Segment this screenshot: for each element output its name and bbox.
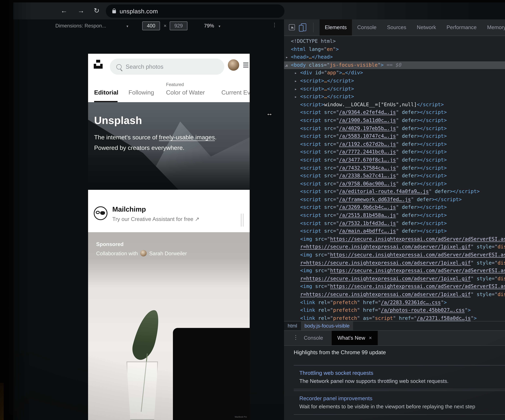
dom-node-line[interactable]: <script src="/a/1192.c627d2b….js" defer>… <box>284 140 505 148</box>
menu-icon[interactable] <box>243 63 248 69</box>
dimensions-caret-icon: ▾ <box>126 24 128 28</box>
search-placeholder: Search photos <box>126 63 164 70</box>
devtools-tab-elements[interactable]: Elements <box>320 19 352 36</box>
expand-icon[interactable]: ▸ <box>286 53 288 61</box>
dom-node-line[interactable]: …▾<body class="js-focus-visible"> == $0 <box>284 61 505 69</box>
dom-node-line[interactable]: <html lang="en"> <box>284 45 505 53</box>
dom-node-line[interactable]: <script src="/a/4029.197eb5b….js" defer>… <box>284 125 505 132</box>
dom-node-line[interactable]: <script src="/a/3477.670f8c1….js" defer>… <box>284 156 505 164</box>
whats-new-item-link[interactable]: Recorder panel improvements <box>299 395 505 401</box>
dom-node-line[interactable]: <script src="/a/2515.81b458a….js" defer>… <box>284 212 505 219</box>
device-toolbar-menu-icon[interactable]: ⋮ <box>272 24 277 26</box>
devtools-tab-memory[interactable]: Memory <box>482 19 505 36</box>
forward-icon[interactable]: → <box>78 2 84 19</box>
dom-node-line[interactable]: <img src="https://secure.insightexpressa… <box>284 283 505 291</box>
drawer-tab-console[interactable]: Console <box>298 331 329 345</box>
avatar[interactable] <box>228 59 239 71</box>
elements-tree: <!DOCTYPE html><html lang="en">▸<head>…<… <box>284 36 505 324</box>
hero-subtitle-line1: The internet's source of freely-usable i… <box>94 134 216 141</box>
dom-node-line[interactable]: <script src="/a/3269.9b6cb4c….js" defer>… <box>284 204 505 212</box>
dom-node-line[interactable]: ▸<script>…</script> <box>284 77 505 85</box>
sponsored-photo: Sponsored Collaboration with Sarah Dorwe… <box>88 232 250 420</box>
devtools-tab-network[interactable]: Network <box>411 19 441 36</box>
close-icon[interactable]: × <box>369 335 372 341</box>
dom-node-line[interactable]: ▸<div id="app">…</div> <box>284 69 505 77</box>
breadcrumb-html[interactable]: html <box>284 321 301 331</box>
whats-new-item: Throttling web socket requestsThe Networ… <box>294 365 505 389</box>
viewport-resize-handle[interactable] <box>241 214 244 226</box>
dimensions-times: × <box>164 23 167 29</box>
dom-node-line[interactable]: <script src="/a/main.a4bdffc….js" defer>… <box>284 227 505 235</box>
desk-edge <box>0 383 4 420</box>
search-input[interactable]: Search photos <box>110 59 224 75</box>
sponsored-label: Sponsored <box>96 241 124 247</box>
expand-icon[interactable]: ▸ <box>295 69 297 77</box>
address-bar[interactable]: unsplash.com <box>106 4 284 18</box>
devtools-drawer: ⋮ Console What's New× Highlights from th… <box>284 330 505 420</box>
dom-node-line[interactable]: <img src="https://secure.insightexpressa… <box>284 235 505 243</box>
dom-node-line[interactable]: ▸<script>…</script> <box>284 93 505 101</box>
mailchimp-logo-icon <box>94 206 107 220</box>
mailchimp-ad-card[interactable]: Mailchimp Try our Creative Assistant for… <box>88 197 250 232</box>
zoom-select[interactable]: 79% <box>204 23 214 29</box>
dom-node-line[interactable]: r=https://secure.insightexpressai.com/ad… <box>284 243 505 251</box>
dom-node-line[interactable]: <script src="/a/1900.5a11d0c….js" defer>… <box>284 117 505 125</box>
whats-new-item: Recorder panel improvementsWait for elem… <box>294 390 505 415</box>
expand-icon[interactable]: ▸ <box>295 93 297 101</box>
hero-title: Unsplash <box>94 114 142 127</box>
unsplash-logo-icon[interactable] <box>94 60 103 69</box>
inspect-element-icon[interactable] <box>289 24 295 30</box>
dom-node-line[interactable]: ▸<head>…</head> <box>284 53 505 61</box>
mailchimp-tagline[interactable]: Try our Creative Assistant for free ↗ <box>112 216 200 222</box>
dom-node-line[interactable]: <script src="/a/editorial-route.f4a0fa9…… <box>284 188 505 196</box>
breadcrumb-body[interactable]: body.js-focus-visible <box>301 321 353 331</box>
device-toolbar-toggle-icon[interactable] <box>301 23 306 31</box>
mailchimp-name: Mailchimp <box>112 206 146 214</box>
viewport-height-input[interactable]: 929 <box>170 21 188 30</box>
drawer-tab-whats-new[interactable]: What's New× <box>332 331 378 345</box>
dom-node-line[interactable]: <script src="/a/9758.06ac900….js" defer>… <box>284 180 505 188</box>
collaboration-line: Collaboration with Sarah Dorweiler <box>96 250 187 257</box>
devtools-tab-sources[interactable]: Sources <box>382 19 412 36</box>
dom-node-line[interactable]: r=https://secure.insightexpressai.com/ad… <box>284 259 505 267</box>
whats-new-item-desc: The Network panel now supports throttlin… <box>299 378 505 384</box>
zoom-caret-icon: ▾ <box>219 24 220 28</box>
padlock-icon <box>112 10 116 13</box>
dom-node-line[interactable]: <script src="/a/7532.1bf4d3d….js" defer>… <box>284 219 505 227</box>
dom-node-line[interactable]: <script src="/a/framework.dd63fed….js" d… <box>284 196 505 204</box>
dom-node-line[interactable]: <script src="/a/7432.57584ca….js" defer>… <box>284 164 505 172</box>
dom-node-line[interactable]: r=https://secure.insightexpressai.com/ad… <box>284 291 505 299</box>
dom-node-line[interactable]: ▸<script>…</script> <box>284 85 505 93</box>
dom-node-line[interactable]: <script src="/a/5583.10747c4….js" defer>… <box>284 132 505 140</box>
dom-node-line[interactable]: <script src="/a/9364.e2fef4d….js" defer>… <box>284 109 505 117</box>
whats-new-heading: Highlights from the Chrome 99 update <box>294 349 386 355</box>
dom-node-line[interactable]: <script src="/a/7772.2441bc0….js" defer>… <box>284 148 505 156</box>
devtools-panel: ElementsConsoleSourcesNetworkPerformance… <box>284 19 505 420</box>
collapse-icon[interactable]: ▾ <box>286 61 288 69</box>
hero-banner: Unsplash The internet's source of freely… <box>88 102 250 190</box>
drawer-menu-icon[interactable]: ⋮ <box>293 334 299 340</box>
expand-icon[interactable]: ▸ <box>295 85 297 93</box>
collaborator-name[interactable]: Sarah Dorweiler <box>149 250 187 256</box>
dom-node-line[interactable]: <!DOCTYPE html> <box>284 38 505 45</box>
back-icon[interactable]: ← <box>61 2 68 19</box>
dom-node-line[interactable]: <img src="https://secure.insightexpressa… <box>284 251 505 259</box>
dimensions-select[interactable]: Dimensions: Respon... <box>55 23 106 29</box>
expand-icon[interactable]: ▸ <box>295 77 297 85</box>
dom-node-line[interactable]: <script>window.__LOCALE__=["EnUs",null]<… <box>284 101 505 109</box>
whats-new-item-link[interactable]: Throttling web socket requests <box>299 370 505 376</box>
dom-node-line[interactable]: <link rel="prefetch" href="/a/photos-rou… <box>284 307 505 314</box>
browser-toolbar: ← → ↻ unsplash.com <box>13 2 505 19</box>
dom-node-line[interactable]: <img src="https://secure.insightexpressa… <box>284 267 505 275</box>
collaborator-avatar[interactable] <box>140 250 147 257</box>
drawer-tab-bar: ⋮ Console What's New× <box>284 331 505 346</box>
viewport-width-input[interactable]: 400 <box>142 21 160 30</box>
dom-node-line[interactable]: r=https://secure.insightexpressai.com/ad… <box>284 275 505 283</box>
devtools-tab-console[interactable]: Console <box>352 19 382 36</box>
dom-node-line[interactable]: <link rel="prefetch" href="/a/2283.92361… <box>284 299 505 307</box>
dom-node-line[interactable]: <script src="/a/2338.5a27c41….js" defer>… <box>284 172 505 180</box>
macbook-image: MacBook Pro <box>173 328 250 420</box>
reload-icon[interactable]: ↻ <box>94 2 100 19</box>
devtools-tab-performance[interactable]: Performance <box>441 19 482 36</box>
freely-usable-images-link[interactable]: freely-usable images <box>159 134 215 141</box>
